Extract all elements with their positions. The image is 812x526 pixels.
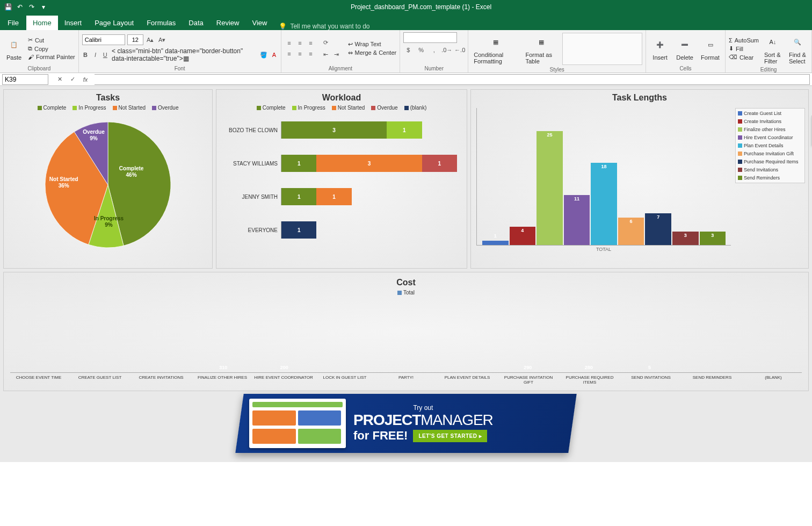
font-color-button[interactable]: A (271, 50, 277, 60)
tab-home[interactable]: Home (26, 16, 58, 30)
currency-icon[interactable]: $ (403, 45, 413, 55)
cost-title: Cost (8, 278, 804, 287)
copy-icon: ⧉ (28, 45, 32, 52)
task-lengths-panel: Task Lengths 142511186733 TOTAL Create G… (470, 89, 809, 269)
align-bottom-icon[interactable]: ≡ (306, 38, 316, 48)
fill-down-icon: ⬇ (729, 45, 734, 52)
copy-button[interactable]: ⧉Copy (28, 45, 75, 52)
clear-button[interactable]: ⌫Clear (729, 54, 759, 61)
group-styles: ▦Conditional Formatting ▦Format as Table… (468, 30, 646, 73)
format-painter-button[interactable]: 🖌Format Painter (28, 54, 75, 60)
align-left-icon[interactable]: ≡ (285, 49, 294, 59)
find-select-button[interactable]: 🔍Find & Select (787, 32, 808, 66)
align-right-icon[interactable]: ≡ (306, 49, 316, 59)
cost-panel: Cost Total 3102002902805 CHOOSE EVENT TI… (3, 272, 809, 391)
tab-review[interactable]: Review (210, 16, 246, 30)
group-cells: ➕Insert ➖Delete ▭Format Cells (646, 30, 726, 73)
scissors-icon: ✂ (28, 37, 33, 44)
cut-button[interactable]: ✂Cut (28, 37, 75, 44)
cost-legend: Total (8, 290, 804, 296)
table-icon: ▦ (533, 33, 550, 51)
redo-icon[interactable]: ↷ (28, 3, 35, 11)
merge-center-button[interactable]: ⇔Merge & Center (348, 49, 397, 56)
tab-data[interactable]: Data (182, 16, 209, 30)
fx-icon[interactable]: fx (81, 75, 90, 84)
sort-filter-button[interactable]: A↓Sort & Filter (762, 32, 784, 66)
wrap-icon: ↩ (348, 41, 353, 48)
enter-formula-icon[interactable]: ✓ (68, 75, 77, 84)
decrease-font-icon[interactable]: A▾ (157, 35, 167, 45)
delete-icon: ➖ (676, 36, 693, 53)
tab-view[interactable]: View (245, 16, 273, 30)
font-name-input[interactable] (82, 34, 125, 45)
promo-banner[interactable]: Try out PROJECTMANAGER for FREE!LET'S GE… (3, 391, 809, 456)
search-icon: 🔍 (789, 33, 806, 51)
fill-button[interactable]: ⬇Fill (729, 45, 759, 52)
window-title: Project_dashboard_PM.com_template (1) - … (52, 3, 791, 11)
quick-access-toolbar: 💾 ↶ ↷ ▾ (0, 3, 52, 11)
cancel-formula-icon[interactable]: ✕ (55, 75, 64, 84)
format-as-table-button[interactable]: ▦Format as Table (523, 32, 559, 66)
task-lengths-chart: 142511186733 (476, 108, 731, 246)
promo-thumbnail (249, 399, 346, 448)
tasks-panel: Tasks CompleteIn ProgressNot StartedOver… (3, 89, 213, 269)
group-number: $ % , .0→ ←.0 Number (400, 30, 468, 73)
wrap-text-button[interactable]: ↩Wrap Text (348, 41, 397, 48)
increase-decimal-icon[interactable]: .0→ (442, 45, 452, 55)
italic-button[interactable]: I (92, 50, 98, 60)
formula-bar: ✕ ✓ fx (0, 73, 812, 86)
tab-insert[interactable]: Insert (58, 16, 89, 30)
tab-formulas[interactable]: Formulas (140, 16, 182, 30)
decrease-decimal-icon[interactable]: ←.0 (455, 45, 465, 55)
tab-file[interactable]: File (0, 16, 26, 30)
pie-label-complete: Complete 46% (119, 165, 144, 178)
insert-cells-button[interactable]: ➕Insert (649, 35, 671, 62)
workload-title: Workload (216, 93, 467, 103)
group-clipboard: 📋 Paste ✂Cut ⧉Copy 🖌Format Painter Clipb… (0, 30, 79, 73)
paste-icon: 📋 (5, 36, 23, 53)
format-cells-button[interactable]: ▭Format (699, 35, 722, 62)
cell-styles-gallery[interactable] (562, 33, 642, 65)
tell-me[interactable]: 💡 Tell me what you want to do (279, 23, 369, 30)
workload-chart: BOZO THE CLOWN31STACY WILLIAMS131JENNY S… (216, 113, 467, 254)
save-icon[interactable]: 💾 (4, 3, 12, 11)
autosum-button[interactable]: ΣAutoSum (729, 37, 759, 44)
merge-icon: ⇔ (348, 49, 353, 56)
bold-button[interactable]: B (82, 50, 89, 60)
comma-icon[interactable]: , (429, 45, 439, 55)
tasks-title: Tasks (4, 93, 212, 103)
orientation-icon[interactable]: ⟳ (321, 38, 331, 47)
sort-filter-icon: A↓ (764, 33, 781, 51)
ribbon-tabs: File Home Insert Page Layout Formulas Da… (0, 14, 812, 30)
fill-color-button[interactable]: 🪣 (260, 50, 267, 60)
tab-page-layout[interactable]: Page Layout (88, 16, 140, 30)
formula-input[interactable] (95, 74, 810, 85)
align-middle-icon[interactable]: ≡ (295, 38, 305, 48)
number-format-select[interactable] (403, 32, 457, 43)
format-icon: ▭ (702, 36, 719, 53)
delete-cells-button[interactable]: ➖Delete (674, 35, 695, 62)
group-font: A▴ A▾ B I U < class="mini-btn" data-name… (79, 30, 281, 73)
pie-label-overdue: Overdue 9% (83, 129, 105, 142)
name-box[interactable] (2, 74, 48, 85)
increase-font-icon[interactable]: A▴ (146, 35, 155, 45)
conditional-formatting-button[interactable]: ▦Conditional Formatting (472, 32, 520, 66)
qat-customize-icon[interactable]: ▾ (40, 3, 47, 11)
decrease-indent-icon[interactable]: ⇤ (321, 49, 331, 59)
task-lengths-legend: Create Guest ListCreate InvitationsFinal… (735, 108, 805, 183)
undo-icon[interactable]: ↶ (16, 3, 24, 11)
increase-indent-icon[interactable]: ⇥ (332, 49, 342, 59)
align-top-icon[interactable]: ≡ (285, 38, 294, 48)
pie-label-inprogress: In Progress 9% (94, 215, 124, 228)
titlebar: 💾 ↶ ↷ ▾ Project_dashboard_PM.com_templat… (0, 0, 812, 14)
percent-icon[interactable]: % (416, 45, 426, 55)
underline-button[interactable]: U (102, 50, 108, 60)
align-center-icon[interactable]: ≡ (295, 49, 305, 59)
paste-button[interactable]: 📋 Paste (3, 35, 25, 62)
group-alignment: ≡ ≡ ≡ ≡ ≡ ≡ ⟳ ⇤ ⇥ ↩Wrap Text ⇔Merge & Ce… (281, 30, 401, 73)
font-size-input[interactable] (127, 34, 143, 45)
promo-cta-button[interactable]: LET'S GET STARTED ▸ (413, 430, 487, 442)
task-lengths-xlabel: TOTAL (476, 247, 731, 252)
workload-legend: CompleteIn ProgressNot StartedOverdue(bl… (216, 105, 467, 111)
eraser-icon: ⌫ (729, 54, 737, 61)
